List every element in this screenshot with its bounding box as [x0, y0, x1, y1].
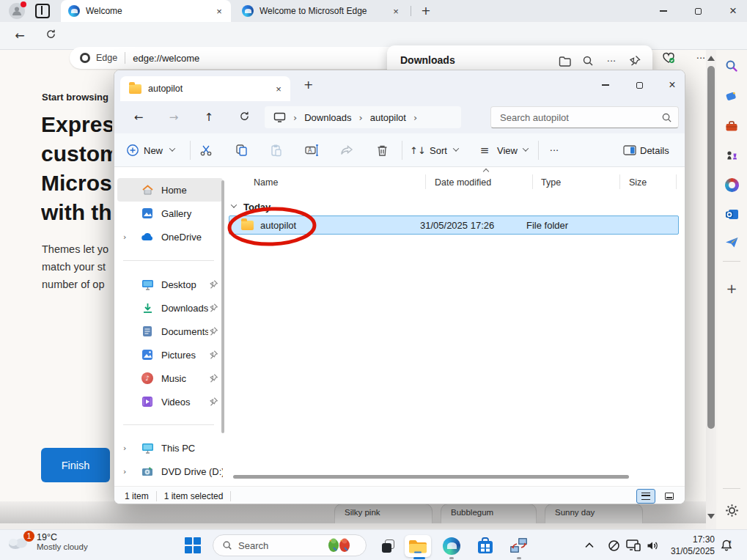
tab-close-icon[interactable]: × [390, 6, 402, 17]
browser-essentials-icon[interactable] [658, 48, 679, 67]
sidebar-item-onedrive[interactable]: › OneDrive [117, 225, 223, 248]
explorer-forward-button[interactable]: → [163, 112, 185, 123]
horizontal-scrollbar-thumb[interactable] [233, 475, 629, 479]
new-icon[interactable] [125, 143, 140, 158]
chevron-right-icon[interactable]: › [123, 468, 135, 476]
sidebar-games-icon[interactable] [724, 148, 739, 163]
sidebar-drop-icon[interactable] [724, 235, 739, 250]
new-tab-button[interactable]: + [418, 3, 434, 19]
sidebar-tools-icon[interactable] [724, 119, 739, 133]
copy-icon[interactable] [234, 143, 249, 158]
column-separator[interactable] [676, 174, 677, 189]
file-explorer-taskbar-button[interactable] [405, 535, 431, 557]
view-button[interactable]: View [497, 145, 518, 156]
start-button[interactable] [185, 537, 201, 553]
open-downloads-folder-icon[interactable] [557, 54, 572, 68]
details-button[interactable]: Details [640, 145, 669, 156]
tray-volume-icon[interactable] [644, 538, 660, 553]
profile-avatar[interactable] [9, 3, 25, 19]
theme-card-bubblegum[interactable]: Bubblegum [441, 504, 537, 523]
explorer-search-box[interactable] [490, 106, 679, 128]
sidebar-customize-plus-icon[interactable]: + [724, 281, 739, 296]
browser-back-button[interactable]: ← [10, 27, 29, 45]
page-scrollbar[interactable] [706, 50, 716, 529]
column-header-date-modified[interactable]: Date modified [435, 173, 491, 192]
sidebar-item-gallery[interactable]: Gallery [117, 202, 223, 225]
browser-close-button[interactable]: × [719, 0, 747, 22]
theme-card-sunny-day[interactable]: Sunny day [545, 504, 643, 523]
tray-notification-bell-icon[interactable]: z [718, 538, 735, 553]
sidebar-item-home[interactable]: Home [117, 178, 223, 202]
explorer-tab-close-icon[interactable]: × [273, 84, 284, 95]
share-icon[interactable] [339, 143, 354, 158]
cut-icon[interactable] [199, 143, 213, 158]
explorer-maximize-button[interactable] [625, 70, 654, 100]
large-icons-view-toggle[interactable] [660, 489, 679, 504]
sidebar-search-icon[interactable] [724, 59, 739, 73]
paste-icon[interactable] [269, 143, 284, 158]
explorer-minimize-button[interactable] [591, 70, 620, 100]
explorer-refresh-button[interactable] [233, 111, 255, 124]
new-button[interactable]: New [144, 145, 163, 156]
details-view-toggle[interactable] [636, 489, 655, 504]
explorer-back-button[interactable]: ← [128, 112, 150, 123]
search-downloads-icon[interactable] [581, 54, 595, 68]
scrollbar-thumb[interactable] [707, 66, 715, 429]
browser-tab-welcome[interactable]: Welcome × [61, 0, 231, 22]
sidebar-item-pictures[interactable]: Pictures [117, 343, 223, 366]
browser-refresh-button[interactable] [41, 27, 60, 45]
explorer-new-tab-button[interactable]: + [303, 79, 313, 91]
column-separator[interactable] [425, 174, 426, 189]
breadcrumb[interactable]: › Downloads › autopilot › [265, 106, 461, 128]
downloads-more-icon[interactable]: ··· [604, 54, 619, 68]
browser-maximize-button[interactable] [684, 0, 712, 22]
tray-show-hidden-icons-chevron[interactable] [581, 538, 597, 553]
scroll-up-arrow[interactable] [707, 56, 715, 61]
sidebar-shopping-icon[interactable] [724, 89, 739, 103]
workspaces-icon[interactable] [35, 4, 50, 18]
browser-tab-welcome-to-edge[interactable]: Welcome to Microsoft Edge × [235, 0, 408, 22]
column-header-size[interactable]: Size [629, 173, 647, 192]
explorer-close-button[interactable]: × [658, 70, 685, 100]
chevron-right-icon[interactable]: › [123, 444, 135, 452]
pin-downloads-icon[interactable] [628, 54, 642, 68]
sidebar-settings-gear-icon[interactable] [724, 503, 739, 517]
sidebar-item-desktop[interactable]: Desktop [117, 273, 223, 296]
rename-icon[interactable]: A [304, 143, 319, 158]
sidebar-item-this-pc[interactable]: › This PC [117, 436, 223, 460]
delete-icon[interactable] [375, 143, 389, 158]
sidebar-item-documents[interactable]: Documents [117, 320, 223, 343]
tray-do-not-disturb-icon[interactable] [606, 538, 622, 553]
column-separator[interactable] [619, 174, 620, 189]
sidebar-item-downloads[interactable]: Downloads [117, 296, 223, 320]
explorer-tab-autopilot[interactable]: autopilot × [120, 76, 290, 101]
sort-button[interactable]: Sort [430, 145, 447, 156]
sidebar-outlook-icon[interactable] [724, 207, 739, 221]
weather-widget[interactable]: 1 19°C Mostly cloudy [6, 532, 88, 551]
microsoft-store-button[interactable] [472, 535, 498, 557]
tray-cast-display-icon[interactable] [625, 538, 641, 553]
column-header-type[interactable]: Type [541, 173, 561, 192]
sidebar-m365-icon[interactable] [724, 177, 739, 192]
breadcrumb-autopilot[interactable]: autopilot [370, 112, 406, 123]
task-view-button[interactable] [375, 535, 402, 557]
column-header-name[interactable]: Name [254, 173, 278, 192]
explorer-up-button[interactable]: ↑ [198, 112, 220, 123]
finish-button[interactable]: Finish [41, 448, 110, 482]
edge-taskbar-button[interactable] [438, 535, 465, 557]
taskbar-clock[interactable]: 17:30 31/05/2025 [663, 534, 715, 557]
more-options-icon[interactable]: ··· [547, 143, 562, 158]
group-header-today[interactable]: Today [227, 199, 271, 214]
scroll-down-arrow[interactable] [707, 514, 715, 519]
sidebar-item-videos[interactable]: Videos [117, 390, 223, 413]
taskbar-search-input[interactable] [238, 540, 319, 551]
column-separator[interactable] [532, 174, 533, 189]
remote-app-taskbar-button[interactable] [506, 535, 532, 557]
breadcrumb-downloads[interactable]: Downloads [304, 112, 351, 123]
file-row-autopilot[interactable]: autopilot 31/05/2025 17:26 File folder [229, 215, 679, 235]
theme-card-silky-pink[interactable]: Silky pink [334, 504, 433, 523]
explorer-search-input[interactable] [500, 112, 661, 123]
sidebar-item-music[interactable]: ♪ Music [117, 366, 223, 390]
sidebar-item-dvd-drive[interactable]: › DVD Drive (D:) C [117, 460, 223, 483]
chevron-right-icon[interactable]: › [123, 233, 135, 241]
